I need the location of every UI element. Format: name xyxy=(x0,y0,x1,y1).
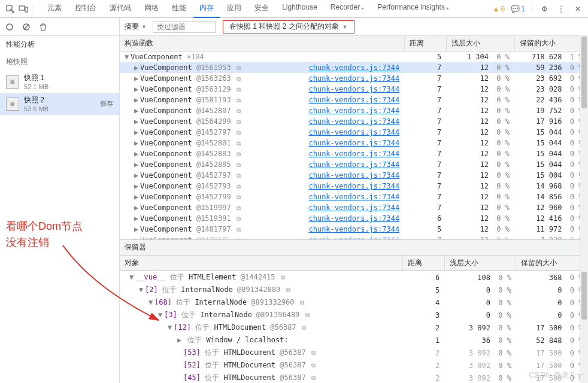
retainer-row[interactable]: ▼__vue__ 位于 HTMLElement @1442415 ⧉61080 … xyxy=(120,271,588,284)
copy-icon[interactable]: ⧉ xyxy=(237,215,241,222)
expand-icon[interactable]: ▶ xyxy=(134,214,140,223)
retainer-row[interactable]: ▼[2] 位于 InternalNode @891342880 ⧉500 %00… xyxy=(120,284,588,296)
source-link[interactable]: chunk-vendors.js:7344 xyxy=(308,160,399,169)
expand-icon[interactable]: ▼ xyxy=(139,285,145,294)
expand-icon[interactable]: ▼ xyxy=(129,273,135,281)
tab-源代码[interactable]: 源代码 xyxy=(104,0,137,18)
more-icon[interactable]: ⋮ xyxy=(556,4,566,14)
retainer-row[interactable]: [52] 位于 HTMLDocument @56387 ⧉23 0920 %17… xyxy=(120,359,588,372)
tab-应用[interactable]: 应用 xyxy=(221,0,247,18)
source-link[interactable]: chunk-vendors.js:7344 xyxy=(308,236,399,239)
constructor-group-row[interactable]: ▼VueComponent ×10451 3040 %718 6281 % xyxy=(120,51,588,63)
constructor-row[interactable]: ▶VueComponent @1452797 ⧉ chunk-vendors.j… xyxy=(120,170,588,181)
tab-Performance insights[interactable]: Performance insights ⬥ xyxy=(371,0,455,18)
retainer-row[interactable]: ▼[3] 位于 InternalNode @891396480 ⧉300 %00… xyxy=(120,309,588,321)
copy-icon[interactable]: ⧉ xyxy=(311,375,316,381)
tab-Recorder[interactable]: Recorder ⬥ xyxy=(325,0,370,18)
constructor-row[interactable]: ▶VueComponent @1452805 ⧉ chunk-vendors.j… xyxy=(120,159,588,170)
copy-icon[interactable]: ⧉ xyxy=(237,194,241,200)
copy-icon[interactable]: ⧉ xyxy=(237,108,241,114)
copy-icon[interactable]: ⧉ xyxy=(281,274,285,281)
expand-icon[interactable]: ▶ xyxy=(134,193,140,201)
source-link[interactable]: chunk-vendors.js:7344 xyxy=(308,193,399,201)
source-link[interactable]: chunk-vendors.js:7344 xyxy=(308,63,399,72)
snapshot-item[interactable]: ▦快照 253.6 MB保存 xyxy=(0,93,119,115)
constructor-row[interactable]: ▶VueComponent @1452803 ⧉ chunk-vendors.j… xyxy=(120,148,588,159)
expand-icon[interactable]: ▶ xyxy=(134,96,140,104)
expand-icon[interactable]: ▶ xyxy=(134,63,140,72)
summary-dropdown[interactable]: 摘要▼ xyxy=(125,22,147,32)
expand-icon[interactable]: ▶ xyxy=(134,225,140,233)
expand-icon[interactable]: ▶ xyxy=(134,117,140,126)
constructor-row[interactable]: ▶VueComponent @1452801 ⧉ chunk-vendors.j… xyxy=(120,138,588,148)
copy-icon[interactable]: ⧉ xyxy=(237,140,241,147)
copy-icon[interactable]: ⧉ xyxy=(237,86,241,93)
copy-icon[interactable]: ⧉ xyxy=(300,299,304,306)
copy-icon[interactable]: ⧉ xyxy=(286,287,290,293)
close-icon[interactable]: ✕ xyxy=(572,4,583,14)
class-filter-input[interactable] xyxy=(153,21,216,33)
diff-filter-dropdown[interactable]: 在快照 1 和快照 2 之间分配的对象▼ xyxy=(223,20,354,34)
source-link[interactable]: chunk-vendors.js:7344 xyxy=(308,225,399,233)
copy-icon[interactable]: ⧉ xyxy=(311,349,316,356)
constructor-row[interactable]: ▶VueComponent @1564299 ⧉ chunk-vendors.j… xyxy=(120,116,588,127)
expand-icon[interactable]: ▶ xyxy=(134,182,140,190)
copy-icon[interactable]: ⧉ xyxy=(237,162,241,168)
copy-icon[interactable]: ⧉ xyxy=(237,151,241,157)
copy-icon[interactable]: ⧉ xyxy=(237,205,241,211)
retainer-row[interactable]: ▼[68] 位于 InternalNode @891332960 ⧉400 %0… xyxy=(120,296,588,309)
constructor-row[interactable]: ▶VueComponent @1452797 ⧉ chunk-vendors.j… xyxy=(120,127,588,138)
tab-元素[interactable]: 元素 xyxy=(41,0,68,18)
clear-icon[interactable] xyxy=(22,22,31,32)
source-link[interactable]: chunk-vendors.js:7344 xyxy=(308,96,399,104)
copy-icon[interactable]: ⧉ xyxy=(237,237,241,239)
source-link[interactable]: chunk-vendors.js:7344 xyxy=(308,74,399,83)
constructor-row[interactable]: ▶VueComponent @1481797 ⧉ chunk-vendors.j… xyxy=(120,224,588,235)
expand-icon[interactable]: ▼ xyxy=(168,323,174,332)
constructor-row[interactable]: ▶VueComponent @1561953 ⧉ chunk-vendors.j… xyxy=(120,62,588,73)
copy-icon[interactable]: ⧉ xyxy=(237,172,241,179)
constructor-row[interactable]: ▶VueComponent @1563129 ⧉ chunk-vendors.j… xyxy=(120,84,588,95)
expand-icon[interactable]: ▶ xyxy=(134,150,140,158)
copy-icon[interactable]: ⧉ xyxy=(237,129,241,136)
expand-icon[interactable]: ▼ xyxy=(125,53,131,61)
expand-icon[interactable]: ▼ xyxy=(158,311,164,319)
expand-icon[interactable]: ▶ xyxy=(134,203,140,212)
expand-icon[interactable]: ▼ xyxy=(148,298,154,306)
copy-icon[interactable]: ⧉ xyxy=(237,118,241,125)
expand-icon[interactable]: ▶ xyxy=(134,160,140,169)
source-link[interactable]: chunk-vendors.js:7344 xyxy=(308,107,399,115)
source-link[interactable]: chunk-vendors.js:7344 xyxy=(308,150,399,158)
info-badge[interactable]: 💬 1 xyxy=(511,5,525,13)
expand-icon[interactable]: ▶ xyxy=(134,171,140,180)
copy-icon[interactable]: ⧉ xyxy=(237,226,241,233)
tab-内存[interactable]: 内存 xyxy=(193,0,220,18)
source-link[interactable]: chunk-vendors.js:7344 xyxy=(308,182,399,190)
vertical-scrollbar[interactable] xyxy=(580,35,588,383)
copy-icon[interactable]: ⧉ xyxy=(311,362,316,369)
copy-icon[interactable]: ⧉ xyxy=(237,75,241,82)
retainer-row[interactable]: [53] 位于 HTMLDocument @56387 ⧉23 0920 %17… xyxy=(120,346,588,359)
retainer-row[interactable]: ▶ 位于 Window / localhost:1360 %52 8480 % xyxy=(120,334,588,346)
expand-icon[interactable]: ▶ xyxy=(134,107,140,115)
device-icon[interactable] xyxy=(18,4,29,14)
expand-icon[interactable]: ▶ xyxy=(134,74,140,83)
tab-网络[interactable]: 网络 xyxy=(138,0,165,18)
tab-安全[interactable]: 安全 xyxy=(248,0,275,18)
constructor-row[interactable]: ▶VueComponent @1476501 ⧉ chunk-vendors.j… xyxy=(120,235,588,239)
copy-icon[interactable]: ⧉ xyxy=(302,324,306,331)
settings-icon[interactable]: ⚙ xyxy=(539,4,550,14)
copy-icon[interactable]: ⧉ xyxy=(237,97,241,104)
trash-icon[interactable] xyxy=(38,22,48,32)
constructor-row[interactable]: ▶VueComponent @1581193 ⧉ chunk-vendors.j… xyxy=(120,95,588,105)
constructor-row[interactable]: ▶VueComponent @1519391 ⧉ chunk-vendors.j… xyxy=(120,213,588,224)
warnings-badge[interactable]: ▲ 6 xyxy=(493,5,505,13)
tab-控制台[interactable]: 控制台 xyxy=(69,0,102,18)
expand-icon[interactable]: ▶ xyxy=(134,128,140,136)
record-icon[interactable] xyxy=(5,22,14,32)
constructor-row[interactable]: ▶VueComponent @1452807 ⧉ chunk-vendors.j… xyxy=(120,105,588,116)
constructor-row[interactable]: ▶VueComponent @1452799 ⧉ chunk-vendors.j… xyxy=(120,192,588,202)
retainer-row[interactable]: ▼[12] 位于 HTMLDocument @56387 ⧉23 0920 %1… xyxy=(120,321,588,334)
source-link[interactable]: chunk-vendors.js:7344 xyxy=(308,203,399,212)
copy-icon[interactable]: ⧉ xyxy=(237,65,241,71)
